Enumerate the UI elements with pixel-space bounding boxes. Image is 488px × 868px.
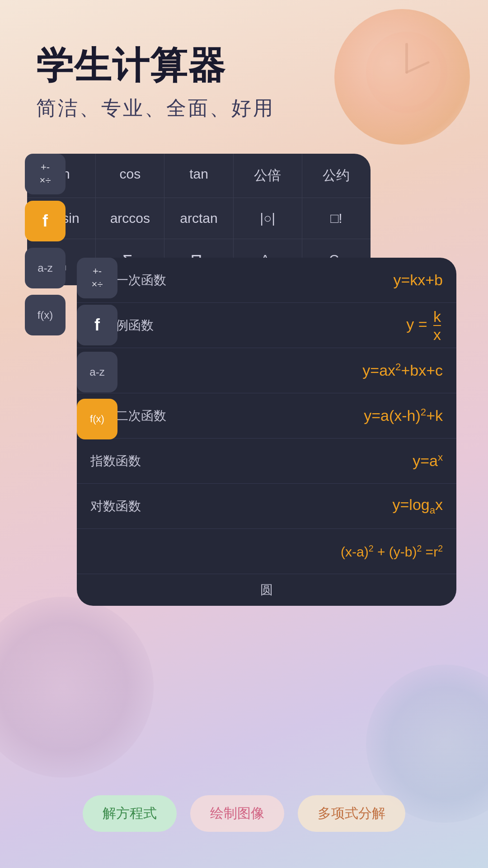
- az-btn-front[interactable]: a-z: [77, 352, 117, 392]
- formula-expr-log: y=logax: [181, 496, 443, 516]
- formula-row-log: 对数函数 y=logax: [77, 484, 456, 529]
- f-btn-back[interactable]: f: [25, 201, 66, 241]
- header: 学生计算器 简洁、专业、全面、好用: [36, 45, 275, 122]
- formula-row-linear: 一元一次函数 y=kx+b: [77, 258, 456, 303]
- formula-row-quad2: 一元二次函数 y=a(x-h)2+k: [77, 393, 456, 439]
- formula-row-circle-eq: (x-a)2 + (y-b)2 =r2: [77, 529, 456, 574]
- clock-decoration: [361, 27, 452, 118]
- ops-btn-back[interactable]: +- ×÷: [25, 154, 66, 194]
- formula-expr-quad2: y=a(x-h)2+k: [181, 406, 443, 425]
- cell-arctan[interactable]: arctan: [164, 198, 233, 239]
- ops-btn-front[interactable]: +- ×÷: [77, 258, 117, 298]
- formula-row-exp: 指数函数 y=ax: [77, 439, 456, 484]
- formula-expr-inverse: y = k x: [181, 309, 443, 342]
- cell-fact[interactable]: □!: [302, 198, 371, 239]
- cell-arccos[interactable]: arccos: [96, 198, 164, 239]
- decorative-blob-left: [0, 597, 154, 778]
- cell-lcm[interactable]: 公倍: [234, 154, 302, 198]
- app-subtitle: 简洁、专业、全面、好用: [36, 95, 275, 122]
- bottom-chips: 解方程式 绘制图像 多项式分解: [0, 795, 488, 832]
- fx-btn-back[interactable]: f(x): [25, 295, 66, 335]
- chip-equations[interactable]: 解方程式: [83, 795, 177, 832]
- az-btn-back[interactable]: a-z: [25, 248, 66, 288]
- formula-panel: 一元一次函数 y=kx+b 反比例函数 y = k x y=ax2+bx+c 一…: [77, 258, 456, 606]
- formula-row-circle-label: 圆: [77, 574, 456, 606]
- formula-name-exp: 指数函数: [90, 453, 181, 470]
- formula-expr-linear: y=kx+b: [181, 271, 443, 289]
- app-title: 学生计算器: [36, 45, 275, 86]
- chip-factoring[interactable]: 多项式分解: [298, 795, 405, 832]
- formula-name-log: 对数函数: [90, 498, 181, 515]
- formula-name-circle: 圆: [90, 581, 443, 599]
- nav-buttons-back: +- ×÷ f a-z f(x): [25, 154, 66, 335]
- cell-gcd[interactable]: 公约: [302, 154, 371, 198]
- chip-graphing[interactable]: 绘制图像: [190, 795, 284, 832]
- calc-row-1: sin cos tan 公倍 公约: [27, 154, 371, 198]
- formula-expr-exp: y=ax: [181, 452, 443, 470]
- nav-buttons-front: +- ×÷ f a-z f(x): [77, 258, 117, 439]
- cell-abs[interactable]: |○|: [234, 198, 302, 239]
- f-btn-front[interactable]: f: [77, 305, 117, 345]
- calc-row-2: arcsin arccos arctan |○| □!: [27, 198, 371, 239]
- formula-row-quad1: y=ax2+bx+c: [77, 348, 456, 393]
- formula-expr-circle-eq: (x-a)2 + (y-b)2 =r2: [181, 543, 443, 560]
- fx-btn-front[interactable]: f(x): [77, 399, 117, 439]
- cell-cos[interactable]: cos: [96, 154, 164, 198]
- formula-expr-quad1: y=ax2+bx+c: [181, 361, 443, 379]
- fraction-k-x: k x: [433, 309, 441, 342]
- cell-tan[interactable]: tan: [164, 154, 233, 198]
- formula-row-inverse: 反比例函数 y = k x: [77, 303, 456, 348]
